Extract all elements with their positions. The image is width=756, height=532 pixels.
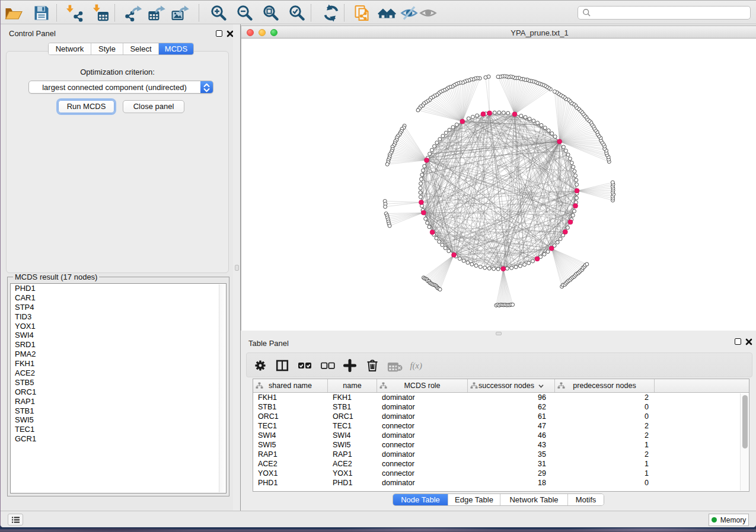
search-input[interactable] — [591, 8, 750, 18]
tab-network-table[interactable]: Network Table — [500, 494, 568, 505]
cell-successor-nodes[interactable]: 29 — [468, 469, 555, 478]
mcds-result-item[interactable]: PHD1 — [11, 284, 226, 293]
tab-mcds[interactable]: MCDS — [159, 43, 193, 55]
cell-predecessor-nodes[interactable]: 0 — [555, 412, 655, 421]
cell-MCDS-role[interactable]: connector — [377, 459, 468, 469]
table-row[interactable]: TEC1TEC1connector472 — [253, 421, 749, 431]
column-header-successor-nodes[interactable]: successor nodes — [468, 379, 555, 392]
table-row[interactable]: STB1STB1dominator620 — [253, 402, 749, 412]
tab-network[interactable]: Network — [49, 43, 91, 55]
cell-successor-nodes[interactable]: 31 — [468, 459, 555, 469]
mcds-result-item[interactable]: STB1 — [11, 406, 226, 416]
zoom-selected-icon[interactable] — [288, 4, 307, 23]
cell-predecessor-nodes[interactable]: 0 — [555, 402, 655, 412]
cell-name[interactable]: YOX1 — [328, 469, 377, 478]
cell-name[interactable]: STB1 — [328, 402, 377, 412]
zoom-fit-icon[interactable] — [261, 4, 280, 23]
hide-panel-icon[interactable] — [400, 4, 419, 23]
clone-network-icon[interactable] — [353, 4, 372, 23]
cell-name[interactable]: SWI5 — [328, 440, 377, 450]
save-icon[interactable] — [32, 4, 51, 23]
cell-name[interactable]: FKH1 — [328, 393, 377, 402]
mcds-result-item[interactable]: YOX1 — [11, 322, 226, 331]
horizontal-splitter-handle[interactable] — [496, 332, 502, 335]
tab-edge-table[interactable]: Edge Table — [448, 494, 500, 505]
cell-predecessor-nodes[interactable]: 1 — [555, 459, 655, 469]
add-icon[interactable] — [342, 357, 358, 374]
cell-predecessor-nodes[interactable]: 2 — [555, 393, 655, 402]
cell-name[interactable]: PHD1 — [328, 478, 377, 488]
cell-shared-name[interactable]: ORC1 — [253, 412, 328, 421]
export-network-icon[interactable] — [124, 4, 143, 23]
cell-shared-name[interactable]: SWI4 — [253, 431, 328, 440]
table-scrollbar[interactable] — [740, 393, 748, 491]
import-network-icon[interactable] — [65, 4, 84, 23]
mcds-result-item[interactable]: ORC1 — [11, 387, 226, 397]
cell-successor-nodes[interactable]: 35 — [468, 450, 555, 459]
network-window-titlebar[interactable]: YPA_prune.txt_1 — [241, 26, 756, 39]
zoom-in-icon[interactable] — [209, 4, 228, 23]
column-header-name[interactable]: name — [328, 379, 377, 392]
checked-boxes-icon[interactable] — [296, 357, 313, 374]
mcds-result-item[interactable]: PMA2 — [11, 350, 226, 359]
cell-shared-name[interactable]: YOX1 — [253, 469, 328, 478]
tab-style[interactable]: Style — [91, 43, 123, 55]
table-row[interactable]: ACE2ACE2connector311 — [253, 459, 749, 469]
table-row[interactable]: PHD1PHD1dominator180 — [253, 478, 749, 488]
mcds-result-item[interactable]: STP4 — [11, 303, 226, 312]
cell-MCDS-role[interactable]: dominator — [377, 393, 468, 402]
tab-select[interactable]: Select — [123, 43, 159, 55]
table-row[interactable]: RAP1RAP1dominator352 — [253, 450, 749, 459]
table-float-button[interactable] — [735, 338, 741, 345]
mcds-result-item[interactable]: SRD1 — [11, 340, 226, 350]
table-scrollbar-thumb[interactable] — [742, 395, 748, 448]
mcds-result-item[interactable]: RAP1 — [11, 397, 226, 406]
table-row[interactable]: SWI5SWI5connector431 — [253, 440, 749, 450]
cell-shared-name[interactable]: FKH1 — [253, 393, 328, 402]
cell-shared-name[interactable]: STB1 — [253, 402, 328, 412]
cell-MCDS-role[interactable]: dominator — [377, 450, 468, 459]
cell-predecessor-nodes[interactable]: 2 — [555, 421, 655, 431]
close-panel-button-mcds[interactable]: Close panel — [123, 100, 184, 113]
cell-successor-nodes[interactable]: 47 — [468, 421, 555, 431]
vertical-splitter-handle[interactable] — [235, 265, 239, 271]
cell-predecessor-nodes[interactable]: 2 — [555, 431, 655, 440]
cell-predecessor-nodes[interactable]: 1 — [555, 469, 655, 478]
cell-successor-nodes[interactable]: 61 — [468, 412, 555, 421]
cell-name[interactable]: TEC1 — [328, 421, 377, 431]
cell-successor-nodes[interactable]: 43 — [468, 440, 555, 450]
column-header-shared-name[interactable]: shared name — [253, 379, 328, 392]
cell-MCDS-role[interactable]: connector — [377, 469, 468, 478]
table-row[interactable]: ORC1ORC1dominator610 — [253, 412, 749, 421]
cell-MCDS-role[interactable]: dominator — [377, 402, 468, 412]
cell-predecessor-nodes[interactable]: 2 — [555, 450, 655, 459]
cell-predecessor-nodes[interactable]: 0 — [555, 478, 655, 488]
open-folder-icon[interactable] — [4, 4, 23, 23]
table-row[interactable]: YOX1YOX1connector291 — [253, 469, 749, 478]
float-panel-button[interactable] — [216, 30, 222, 37]
mcds-result-item[interactable]: SWI5 — [11, 415, 226, 425]
cell-shared-name[interactable]: ACE2 — [253, 459, 328, 469]
cell-shared-name[interactable]: TEC1 — [253, 421, 328, 431]
cell-shared-name[interactable]: SWI5 — [253, 440, 328, 450]
cell-name[interactable]: RAP1 — [328, 450, 377, 459]
import-table-icon[interactable] — [92, 4, 111, 23]
refresh-icon[interactable] — [321, 4, 340, 23]
tab-node-table[interactable]: Node Table — [393, 494, 448, 505]
mcds-result-list[interactable]: PHD1CAR1STP4TID3YOX1SWI4SRD1PMA2FKH1ACE2… — [10, 283, 227, 493]
cell-name[interactable]: ACE2 — [328, 459, 377, 469]
horizontal-splitter[interactable] — [241, 331, 756, 336]
show-eye-icon[interactable] — [419, 4, 438, 23]
export-table-icon[interactable] — [147, 4, 166, 23]
run-mcds-button[interactable]: Run MCDS — [58, 100, 114, 113]
mcds-result-item[interactable]: TEC1 — [11, 425, 226, 434]
mcds-result-item[interactable]: TID3 — [11, 312, 226, 322]
mcds-result-item[interactable]: GCR1 — [11, 434, 226, 444]
gear-icon[interactable] — [252, 357, 269, 374]
optimization-criterion-dropdown[interactable]: largest connected component (undirected) — [28, 81, 213, 94]
cell-successor-nodes[interactable]: 96 — [468, 393, 555, 402]
mcds-result-item[interactable]: STB5 — [11, 378, 226, 387]
mcds-list-scrollbar[interactable] — [219, 284, 225, 492]
mcds-result-item[interactable]: SWI4 — [11, 331, 226, 340]
cell-MCDS-role[interactable]: dominator — [377, 478, 468, 488]
